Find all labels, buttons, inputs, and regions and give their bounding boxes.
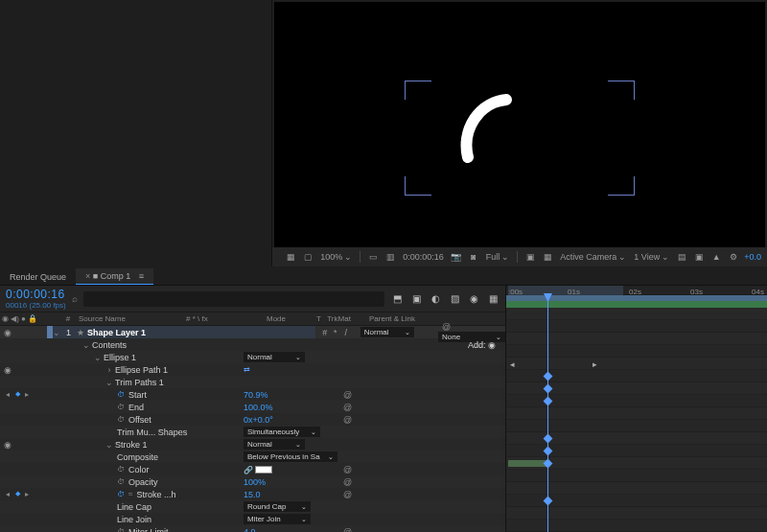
kf-toggle-icon[interactable]: ◆: [13, 490, 21, 498]
channel-icon[interactable]: ▥: [384, 250, 397, 264]
stopwatch-icon[interactable]: ⏱: [117, 527, 125, 532]
pickwhip-icon[interactable]: @: [343, 465, 352, 474]
timecode-sub: 00016 (25.00 fps): [6, 301, 66, 310]
kf-marker[interactable]: ▸: [593, 359, 597, 369]
line-join-dropdown[interactable]: Miter Join: [244, 514, 311, 524]
property-row[interactable]: ⏱Miter Limit 4.0 @: [0, 525, 505, 532]
transparency-icon[interactable]: ▦: [541, 250, 554, 264]
color-swatch[interactable]: [255, 466, 272, 474]
property-row[interactable]: ⌄Trim Paths 1: [0, 376, 505, 388]
pickwhip-icon[interactable]: @: [343, 390, 352, 400]
timeline-search-input[interactable]: [83, 291, 384, 307]
composition-viewer[interactable]: [274, 2, 765, 247]
stopwatch-icon[interactable]: ⏱: [117, 490, 125, 498]
pickwhip-icon[interactable]: @: [343, 403, 352, 412]
stroke-width-value[interactable]: 15.0: [244, 490, 261, 499]
next-kf-icon[interactable]: ▸: [23, 490, 31, 498]
eye-icon[interactable]: ◉: [2, 327, 12, 337]
property-row[interactable]: ⌄Ellipse 1 Normal: [0, 351, 505, 363]
stopwatch-icon[interactable]: ⏱: [117, 477, 125, 486]
motion-blur-icon[interactable]: ◉: [467, 292, 480, 306]
stopwatch-icon[interactable]: ⏱: [117, 415, 125, 424]
composite-dropdown[interactable]: Below Previous in Sa: [244, 451, 337, 462]
offset-value[interactable]: 0x+0.0°: [244, 415, 273, 425]
property-row[interactable]: ⏱Color 🔗 @: [0, 463, 505, 475]
pixel-aspect-icon[interactable]: ▭: [366, 250, 380, 264]
property-row[interactable]: ◉ ⌄Stroke 1 Normal: [0, 438, 505, 451]
frame-blend-icon[interactable]: ▨: [448, 292, 461, 306]
trim-mult-dropdown[interactable]: Simultaneously: [244, 427, 320, 437]
camera-dropdown[interactable]: Active Camera ⌄: [558, 252, 628, 262]
property-row[interactable]: ◂◆▸ ⏱≈Stroke ...h 15.0 @: [0, 488, 505, 500]
start-value[interactable]: 70.9%: [244, 390, 268, 400]
layer-name[interactable]: Shape Layer 1: [87, 328, 146, 337]
property-row[interactable]: ◂◆▸ ⏱Start 70.9% @: [0, 388, 505, 401]
pickwhip-icon[interactable]: @: [343, 527, 352, 533]
prev-kf-icon[interactable]: ◂: [4, 390, 12, 399]
tab-comp[interactable]: × ■ Comp 1 ≡: [76, 268, 153, 285]
time-display[interactable]: 0:00:00:16: [401, 252, 446, 262]
property-row[interactable]: ⏱Opacity 100% @: [0, 475, 505, 488]
property-row[interactable]: ⏱End 100.0% @: [0, 401, 505, 413]
draft3d-icon[interactable]: ▣: [409, 292, 423, 306]
stopwatch-icon[interactable]: ⏱: [117, 403, 125, 411]
kf-toggle-icon[interactable]: ◆: [13, 390, 21, 399]
mask-icon[interactable]: ▢: [301, 250, 314, 264]
opacity-value[interactable]: 100%: [244, 477, 266, 487]
zoom-dropdown[interactable]: 100% ⌄: [318, 252, 354, 262]
property-row[interactable]: Trim Mu... Shapes Simultaneously: [0, 426, 505, 438]
blend-mode-dropdown[interactable]: Normal: [360, 327, 414, 337]
pickwhip-icon[interactable]: @: [442, 322, 451, 332]
search-icon: ⌕: [72, 293, 78, 304]
property-row[interactable]: ◉ ›Ellipse Path 1 ⇄: [0, 363, 505, 376]
layer-row[interactable]: ◉ ⌄1★Shape Layer 1 #*/ Normal @ None: [0, 326, 505, 338]
render-icon[interactable]: ▲: [709, 250, 723, 264]
safe-zone-corner: [405, 81, 431, 100]
layer-clip-bar[interactable]: [506, 295, 767, 308]
pickwhip-icon[interactable]: @: [343, 477, 352, 487]
work-area-bar[interactable]: [508, 286, 623, 295]
shy-icon[interactable]: ◐: [429, 292, 442, 306]
tab-render-queue[interactable]: Render Queue: [0, 269, 76, 285]
next-kf-icon[interactable]: ▸: [23, 390, 31, 399]
property-row[interactable]: Line Cap Round Cap: [0, 500, 505, 513]
stopwatch-icon[interactable]: ⏱: [117, 390, 125, 399]
safe-zone-corner: [405, 176, 431, 196]
property-row[interactable]: Line Join Miter Join: [0, 513, 505, 525]
comp-mini-flowchart-icon[interactable]: ⬒: [390, 292, 404, 306]
pickwhip-icon[interactable]: @: [343, 490, 352, 499]
resolution-dropdown[interactable]: Full ⌄: [484, 252, 512, 262]
playhead[interactable]: [547, 295, 548, 532]
prev-kf-icon[interactable]: ◂: [4, 490, 12, 498]
blend-mode-dropdown[interactable]: Normal: [244, 439, 305, 450]
stopwatch-icon[interactable]: ⏱: [117, 465, 125, 474]
roi-icon[interactable]: ▣: [523, 250, 537, 264]
exposure-value[interactable]: +0.0: [744, 252, 761, 262]
kf-marker[interactable]: ◂: [510, 359, 515, 369]
grid-icon[interactable]: ▦: [284, 250, 297, 264]
eye-icon[interactable]: ◉: [2, 364, 12, 375]
property-row[interactable]: ⏱Offset 0x+0.0° @: [0, 413, 505, 426]
add-button[interactable]: ◉: [488, 340, 496, 350]
property-row[interactable]: Composite Below Previous in Sa: [0, 451, 505, 463]
line-cap-dropdown[interactable]: Round Cap: [244, 501, 311, 512]
property-row[interactable]: ⌄Contents Add: ◉: [0, 338, 505, 351]
timeline-tracks[interactable]: ◂▸: [506, 295, 767, 532]
eye-icon[interactable]: ◉: [2, 439, 12, 450]
expression-icon[interactable]: ≈: [128, 490, 132, 498]
pickwhip-icon[interactable]: @: [343, 415, 352, 425]
viewer-toolbar: ▦ ▢ 100% ⌄ ▭ ▥ 0:00:00:16 📷 ◙ Full ⌄ ▣ ▦…: [272, 247, 767, 266]
miter-value[interactable]: 4.0: [244, 527, 256, 533]
views-dropdown[interactable]: 1 View ⌄: [632, 252, 671, 262]
color-mgmt-icon[interactable]: ⚙: [727, 250, 740, 264]
twirl-icon[interactable]: ⌄: [53, 328, 60, 337]
blend-mode-dropdown[interactable]: Normal: [244, 352, 305, 362]
3d-icon[interactable]: ▣: [692, 250, 706, 264]
current-timecode[interactable]: 0:00:00:16: [6, 288, 66, 301]
safe-zone-corner: [608, 81, 635, 100]
snapshot-icon[interactable]: 📷: [450, 250, 463, 264]
end-value[interactable]: 100.0%: [244, 403, 273, 412]
show-snapshot-icon[interactable]: ◙: [467, 250, 480, 264]
graph-editor-icon[interactable]: ▦: [486, 292, 500, 306]
guides-icon[interactable]: ▤: [675, 250, 688, 264]
